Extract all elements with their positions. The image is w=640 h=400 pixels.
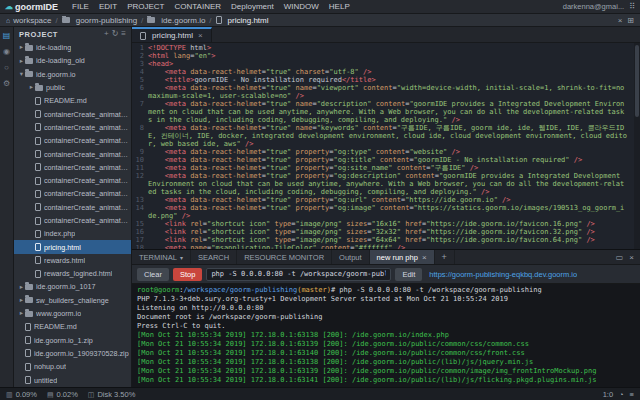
tree-file-untitled[interactable]: untitled (14, 373, 131, 386)
tree-file-README.md[interactable]: README.md (14, 94, 131, 107)
tree-folder-ide-loading[interactable]: ▸ide-loading (14, 41, 131, 54)
disk-usage: ◫Disk 3.50% (88, 390, 136, 399)
panel-menu-icon[interactable]: ≡ (121, 30, 126, 38)
menu-project[interactable]: PROJECT (122, 2, 169, 11)
terminal-output[interactable]: root@goorm:/workspace/goorm-publishing(m… (132, 284, 640, 387)
code-line: 6 <meta data-react-helmet="true" name="v… (132, 84, 634, 100)
terminal-tab-output[interactable]: Output (332, 250, 370, 264)
tree-file-ide.goorm.io_1909370528.zip[interactable]: ide.goorm.io_1909370528.zip (14, 347, 131, 360)
menu-file[interactable]: FILE (67, 2, 94, 11)
code-line: 11 <meta data-react-helmet="true" proper… (132, 164, 634, 172)
tree-folder-ide.goorm.io[interactable]: ▾ide.goorm.io (14, 68, 131, 81)
tree-file-containerCreate_animate09.html[interactable]: containerCreate_animate09.html (14, 214, 131, 227)
chevron-down-icon[interactable]: ▾ (180, 254, 183, 261)
tree-folder-www.goorm.io[interactable]: ▸www.goorm.io (14, 307, 131, 320)
apps-grid-icon[interactable]: ⠿ (629, 3, 635, 11)
run-command-input[interactable] (206, 268, 391, 281)
split-layout-icon[interactable]: ⊞ (627, 16, 634, 25)
stop-button[interactable]: Stop (173, 268, 202, 281)
project-panel-actions: + ↻ ≡ (104, 30, 126, 38)
search-icon[interactable]: ○ (4, 64, 9, 72)
chevron-down-icon[interactable]: ▾ (18, 71, 25, 78)
menu-window[interactable]: WINDOW (279, 2, 324, 11)
tree-file-containerCreate_animate06.html[interactable]: containerCreate_animate06.html (14, 174, 131, 187)
tree-file-containerCreate_animate01.html[interactable]: containerCreate_animate01.html (14, 107, 131, 120)
new-file-icon[interactable]: + (104, 30, 109, 38)
chevron-right-icon[interactable]: ▸ (18, 310, 25, 317)
breadcrumb-label: goorm-publishing (76, 16, 137, 25)
tree-file-nohup.out[interactable]: nohup.out (14, 360, 131, 373)
editor-tab-label: pricing.html (152, 31, 193, 40)
code-line: 1<!DOCTYPE html> (132, 44, 634, 52)
close-tab-icon[interactable]: × (198, 31, 203, 40)
terminal-text: [Mon Oct 21 10:55:34 2019] 172.18.0.1:63… (137, 340, 529, 348)
close-file-icon[interactable]: × (618, 16, 623, 25)
collaboration-icon[interactable]: ◉ (3, 48, 10, 56)
tree-file-index.php[interactable]: index.php (14, 227, 131, 240)
breadcrumb-item-pricing.html[interactable]: pricing.html (216, 16, 269, 25)
scrollbar-thumb[interactable] (635, 45, 639, 117)
terminal-text: Listening on http://0.0.0.0:80 (137, 304, 263, 312)
tree-folder-public[interactable]: ▸public (14, 81, 131, 94)
chevron-right-icon[interactable]: ▸ (18, 58, 25, 65)
editor-scrollbar[interactable] (634, 43, 640, 249)
tree-file-ide.goorm.io_1.zip[interactable]: ide.goorm.io_1.zip (14, 334, 131, 347)
folder-icon (25, 297, 33, 303)
breadcrumb-item-goorm-publishing[interactable]: goorm-publishing (62, 16, 137, 25)
editor-tab-pricing.html[interactable]: pricing.html× (132, 27, 212, 42)
status-right: 1:0 ◔ ≡ (603, 390, 634, 399)
close-panel-icon[interactable]: × (629, 253, 634, 262)
file-icon (35, 137, 41, 145)
tree-folder-ide.goorm.io_1017[interactable]: ▸ide.goorm.io_1017 (14, 280, 131, 293)
maximize-panel-icon[interactable]: ▭ (616, 253, 624, 262)
tree-file-containerCreate_animate07.html[interactable]: containerCreate_animate07.html (14, 187, 131, 200)
tree-file-containerCreate_animate04.html[interactable]: containerCreate_animate04.html (14, 147, 131, 160)
menu-edit[interactable]: EDIT (94, 2, 122, 11)
chevron-right-icon[interactable]: ▸ (18, 284, 25, 291)
preview-url-link[interactable]: https://goorm-publishing-eqkbq.dev.goorm… (429, 270, 577, 279)
settings-icon[interactable]: ⚙ (3, 80, 10, 88)
tree-item-label: containerCreate_animate05.html (44, 163, 129, 172)
close-tab-icon[interactable]: × (422, 253, 427, 262)
project-panel-header: PROJECT + ↻ ≡ (14, 27, 131, 41)
tree-item-label: pricing.html (44, 243, 81, 252)
clear-button[interactable]: Clear (137, 268, 169, 281)
explorer-icon[interactable]: ▤ (3, 32, 11, 40)
refresh-icon[interactable]: ↻ (112, 30, 119, 38)
terminal-tab-terminal[interactable]: TERMINAL▾ (132, 250, 191, 264)
tree-folder-sw_builders_challenge[interactable]: ▸sw_builders_challenge (14, 294, 131, 307)
new-terminal-tab-button[interactable]: + (435, 250, 455, 264)
notifications-icon[interactable]: ◔ (619, 390, 624, 399)
tree-file-README.md[interactable]: README.md (14, 320, 131, 333)
tree-folder-ide-loading_old[interactable]: ▸ide-loading_old (14, 54, 131, 67)
menubar: ☁ goormIDE FILEEDITPROJECTCONTAINERDeplo… (0, 0, 640, 14)
line-number: 16 (132, 228, 148, 236)
terminal-tab-new-run-php[interactable]: new run php× (370, 250, 435, 264)
tree-file-rewards.html[interactable]: rewards.html (14, 254, 131, 267)
breadcrumb-item-workspace[interactable]: ⌂workspace (6, 16, 51, 25)
code-text: <meta data-react-helmet="true" property=… (148, 172, 634, 196)
terminal-text: Document root is /workspace/goorm-publis… (137, 313, 322, 321)
tree-file-pricing.html[interactable]: pricing.html (14, 240, 131, 253)
chevron-right-icon[interactable]: ▸ (28, 84, 35, 91)
file-tree: ▸ide-loading▸ide-loading_old▾ide.goorm.i… (14, 41, 131, 387)
user-email[interactable]: darkenna@gmai... (563, 2, 624, 11)
terminal-tab-search[interactable]: SEARCH (191, 250, 237, 264)
tree-file-rewards_logined.html[interactable]: rewards_logined.html (14, 267, 131, 280)
menu-deployment[interactable]: Deployment (226, 2, 279, 11)
terminal-tab-resource-monitor[interactable]: RESOURCE MONITOR (237, 250, 332, 264)
tree-file-containerCreate_animate08.html[interactable]: containerCreate_animate08.html (14, 201, 131, 214)
breadcrumb-item-ide.goorm.io[interactable]: ide.goorm.io (147, 16, 205, 25)
menu-help[interactable]: HELP (324, 2, 355, 11)
edit-button[interactable]: Edit (395, 268, 422, 281)
tree-item-label: containerCreate_animate02.html (44, 123, 129, 132)
code-text: <meta data-react-helmet="true" property=… (148, 148, 634, 156)
menu-container[interactable]: CONTAINER (170, 2, 227, 11)
chevron-right-icon[interactable]: ▸ (18, 297, 25, 304)
status-menu-icon[interactable]: ≡ (630, 390, 634, 399)
tree-file-containerCreate_animate02.html[interactable]: containerCreate_animate02.html (14, 121, 131, 134)
code-editor[interactable]: 1<!DOCTYPE html>2<html lang="en">3<head>… (132, 43, 634, 249)
tree-file-containerCreate_animate05.html[interactable]: containerCreate_animate05.html (14, 161, 131, 174)
tree-file-containerCreate_animate03.html[interactable]: containerCreate_animate03.html (14, 134, 131, 147)
chevron-right-icon[interactable]: ▸ (18, 44, 25, 51)
